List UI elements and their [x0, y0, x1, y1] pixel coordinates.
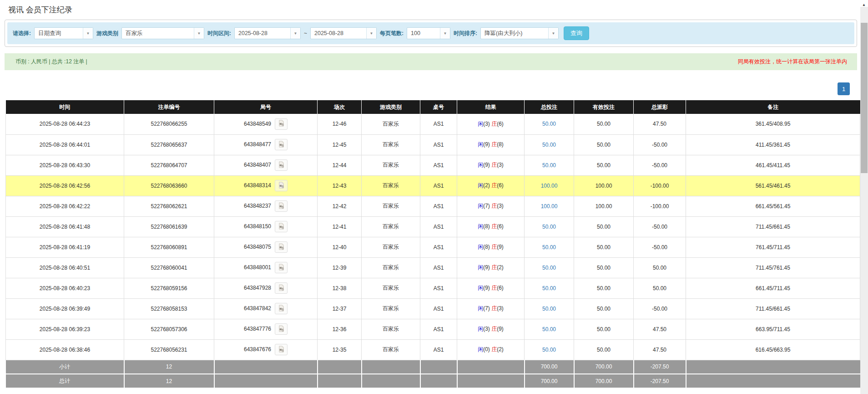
video-replay-button[interactable] — [275, 282, 288, 294]
chevron-down-icon[interactable]: ▼ — [366, 28, 376, 39]
cell-valid-bet: 50.00 — [574, 298, 634, 319]
round-id-text: 643848237 — [244, 203, 271, 209]
video-replay-button[interactable] — [275, 221, 288, 232]
footer-session-empty — [318, 374, 362, 388]
footer-table-empty — [420, 374, 457, 388]
cell-payout: 47.50 — [634, 319, 686, 339]
table-header: 时间注单编号局号场次游戏类别桌号结果总投注有效投注总派彩备注 — [6, 100, 860, 114]
result-banker-label: 庄 — [491, 305, 497, 312]
page-1-button[interactable]: 1 — [838, 82, 850, 95]
chevron-down-icon[interactable]: ▼ — [548, 28, 558, 39]
cell-valid-bet: 50.00 — [574, 155, 634, 175]
query-type-label: 请选择: — [13, 30, 31, 37]
cell-table-no: AS1 — [420, 339, 457, 360]
date-to-picker[interactable]: 2025-08-28 ▼ — [310, 27, 377, 39]
cell-time: 2025-08-28 06:44:01 — [6, 134, 124, 155]
result-banker-score: (2) — [497, 346, 504, 353]
cell-round-id: 643848150 — [214, 216, 318, 237]
video-record-icon — [278, 243, 285, 251]
table-row: 2025-08-28 06:44:23522768066255643848549… — [6, 114, 860, 134]
total-bet-link[interactable]: 100.00 — [541, 203, 558, 210]
result-banker-score: (6) — [497, 121, 504, 127]
cell-table-no: AS1 — [420, 257, 457, 278]
total-bet-link[interactable]: 50.00 — [542, 306, 556, 312]
cell-result: 闲(8) 庄(6) — [457, 216, 525, 237]
cell-session: 12-36 — [318, 319, 362, 339]
video-replay-button[interactable] — [275, 241, 288, 253]
cell-game-type: 百家乐 — [362, 155, 420, 175]
game-type-select[interactable]: 百家乐 ▼ — [121, 27, 204, 39]
cell-note: 461.45/411.45 — [686, 155, 860, 175]
video-replay-button[interactable] — [275, 200, 288, 212]
chevron-down-icon[interactable]: ▼ — [290, 28, 300, 39]
total-bet-link[interactable]: 50.00 — [542, 265, 556, 271]
header-row: 时间注单编号局号场次游戏类别桌号结果总投注有效投注总派彩备注 — [6, 100, 860, 114]
column-header-note: 备注 — [686, 100, 860, 114]
video-replay-button[interactable] — [275, 262, 288, 273]
query-type-select[interactable]: 日期查询 ▼ — [34, 27, 93, 39]
cell-note: 411.45/361.45 — [686, 134, 860, 155]
video-replay-button[interactable] — [275, 303, 288, 314]
cell-session: 12-46 — [318, 114, 362, 134]
total-bet-link[interactable]: 50.00 — [542, 326, 556, 333]
video-replay-button[interactable] — [275, 159, 288, 171]
cell-note: 561.45/461.45 — [686, 175, 860, 196]
cell-total-bet: 50.00 — [525, 216, 574, 237]
video-replay-button[interactable] — [275, 180, 288, 191]
total-bet-link[interactable]: 50.00 — [542, 347, 556, 353]
scrollbar-thumb[interactable] — [861, 23, 868, 173]
total-bet-link[interactable]: 50.00 — [542, 224, 556, 230]
table-row: 2025-08-28 06:42:56522768063660643848314… — [6, 175, 860, 196]
scrollbar-track[interactable] — [860, 7, 868, 394]
vertical-scrollbar[interactable]: ▲ — [860, 0, 868, 394]
total-bet-link[interactable]: 50.00 — [542, 244, 556, 251]
total-bet-link[interactable]: 50.00 — [542, 162, 556, 169]
chevron-down-icon[interactable]: ▼ — [440, 28, 450, 39]
cell-round-id: 643848237 — [214, 196, 318, 216]
result-player-label: 闲 — [478, 162, 483, 168]
video-replay-button[interactable] — [275, 118, 288, 130]
cell-game-type: 百家乐 — [362, 114, 420, 134]
result-banker-score: (9) — [497, 326, 504, 332]
cell-bet-id: 522768060041 — [124, 257, 214, 278]
chevron-down-icon[interactable]: ▼ — [83, 28, 93, 39]
column-header-payout: 总派彩 — [634, 100, 686, 114]
time-sort-label: 时间排序: — [454, 30, 477, 37]
video-replay-button[interactable] — [275, 323, 288, 335]
column-header-time: 时间 — [6, 100, 124, 114]
video-record-icon — [278, 202, 285, 210]
cell-session: 12-37 — [318, 298, 362, 319]
video-record-icon — [278, 182, 285, 190]
footer-total-bet: 700.00 — [525, 360, 574, 374]
footer-valid-bet: 700.00 — [574, 360, 634, 374]
result-banker-score: (6) — [497, 285, 504, 291]
scroll-up-icon[interactable]: ▲ — [862, 3, 866, 7]
total-bet-link[interactable]: 50.00 — [542, 121, 556, 127]
result-player-label: 闲 — [478, 244, 483, 250]
video-replay-button[interactable] — [275, 139, 288, 150]
round-id-text: 643848075 — [244, 244, 271, 250]
time-sort-select[interactable]: 降冪(由大到小) ▼ — [480, 27, 559, 39]
chevron-down-icon[interactable]: ▼ — [194, 28, 204, 39]
cell-total-bet: 50.00 — [525, 278, 574, 298]
total-bet-link[interactable]: 50.00 — [542, 285, 556, 292]
video-record-icon — [278, 264, 285, 272]
cell-table-no: AS1 — [420, 216, 457, 237]
total-bet-link[interactable]: 50.00 — [542, 142, 556, 148]
cell-payout: 47.50 — [634, 339, 686, 360]
cell-total-bet: 50.00 — [525, 155, 574, 175]
search-button[interactable]: 查询 — [564, 26, 589, 40]
footer-table-empty — [420, 360, 457, 374]
date-from-picker[interactable]: 2025-08-28 ▼ — [234, 27, 301, 39]
footer-total-bet: 700.00 — [525, 374, 574, 388]
video-replay-button[interactable] — [275, 344, 288, 355]
footer-count: 12 — [124, 374, 214, 388]
total-bet-link[interactable]: 100.00 — [541, 183, 558, 189]
cell-payout: -50.00 — [634, 216, 686, 237]
page-size-select[interactable]: 100 ▼ — [407, 27, 450, 39]
table-row: 2025-08-28 06:39:49522768058153643847842… — [6, 298, 860, 319]
result-player-score: (9) — [483, 264, 491, 271]
round-id-text: 643848150 — [244, 223, 271, 230]
cell-total-bet: 100.00 — [525, 196, 574, 216]
cell-payout: -100.00 — [634, 196, 686, 216]
